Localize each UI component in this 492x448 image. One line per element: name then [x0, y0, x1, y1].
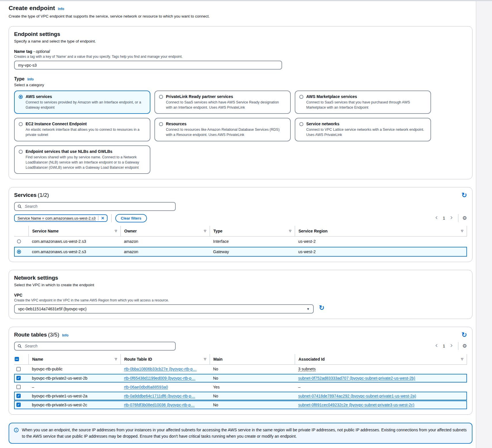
services-refresh-button[interactable]: ↻ — [462, 192, 467, 199]
tile-service-networks[interactable]: Service networks Connect to VPC Lattice … — [295, 118, 431, 141]
tile-description: Find services shared with you by service… — [26, 155, 146, 170]
tile-privatelink-partner-services[interactable]: PrivateLink Ready partner services Conne… — [154, 91, 291, 114]
tile-ec2-instance-connect-endpoint[interactable]: EC2 Instance Connect Endpoint An elastic… — [14, 118, 150, 141]
tile-resources[interactable]: Resources Connect to resources like Amaz… — [154, 118, 291, 141]
row-checkbox-checked[interactable]: ✓ — [16, 394, 21, 398]
name-tag-input[interactable] — [14, 61, 282, 70]
vpc-select[interactable]: vpc-0eb11514a74631e5f (byovpc-vpc) ▼ — [14, 304, 314, 314]
subnets-popover-link[interactable]: 3 subnets — [298, 367, 316, 371]
region-cell: us-west-2 — [295, 237, 467, 245]
route-tables-search-input[interactable] — [24, 343, 172, 349]
type-info-link[interactable]: Info — [27, 77, 34, 81]
info-icon — [14, 428, 19, 432]
tile-endpoint-services-nlb-gwlb[interactable]: Endpoint services that use NLBs and GWLB… — [14, 145, 150, 174]
service-row-interface[interactable]: com.amazonaws.us-west-2.s3 amazon Interf… — [14, 237, 467, 247]
col-header-type[interactable]: Type▽ — [210, 226, 295, 236]
remove-filter-icon[interactable]: ✕ — [98, 216, 107, 220]
route-tables-info-link[interactable]: Info — [62, 333, 68, 337]
name-cell: byovpc-rtb-private1-us-west-2a — [28, 392, 120, 400]
service-name-cell: com.amazonaws.us-west-2.s3 — [28, 237, 120, 245]
current-page-number[interactable]: 1 — [441, 216, 447, 220]
tile-aws-marketplace-services[interactable]: AWS Marketplace services Connect to SaaS… — [295, 91, 431, 114]
divider — [458, 342, 458, 350]
route-table-row-private2[interactable]: ✓ byovpc-rtb-private2-us-west-2b rtb-0f6… — [14, 374, 467, 382]
type-tile-grid: AWS services Connect to services provide… — [14, 91, 467, 174]
tile-title: AWS services — [26, 94, 146, 99]
sort-icon[interactable]: ▽ — [461, 357, 463, 361]
right-panel-rail — [476, 1, 492, 448]
subnet-link[interactable]: subnet-0f752ad83333ad707 (byovpc-subnet-… — [298, 376, 415, 380]
clear-filters-button[interactable]: Clear filters — [115, 214, 147, 222]
radio-icon — [299, 122, 303, 126]
sort-icon[interactable]: ▽ — [289, 229, 291, 232]
sort-icon[interactable]: ▽ — [115, 229, 117, 232]
col-header-main[interactable]: Main — [210, 354, 295, 364]
main-cell: No — [210, 392, 295, 400]
route-tables-refresh-button[interactable]: ↻ — [462, 332, 467, 338]
select-all-checkbox-indeterminate[interactable] — [15, 357, 19, 361]
next-page-button[interactable] — [449, 215, 454, 221]
chevron-left-icon — [434, 343, 439, 348]
route-tables-card: Route tables (3/5)Info ↻ 1 — [9, 327, 472, 415]
name-cell: byovpc-rtb-public — [28, 365, 120, 373]
service-name-filter-token[interactable]: Service Name = com.amazonaws.us-west-2.s… — [14, 214, 108, 222]
route-table-id-link[interactable]: rtb-0bba10806b33cb27e (byovpc-rtb-p… — [124, 367, 197, 371]
subnet-link[interactable]: subnet-07418de78974ac292 (byovpc-subnet-… — [298, 394, 416, 398]
route-table-row-private1[interactable]: ✓ byovpc-rtb-private1-us-west-2a rtb-0a9… — [14, 391, 467, 400]
sort-icon[interactable]: ▽ — [115, 357, 117, 361]
name-tag-label: Name tag - optional — [14, 49, 467, 54]
page-description: Create the type of VPC endpoint that sup… — [9, 14, 472, 18]
next-page-button[interactable] — [449, 343, 454, 349]
route-table-row-private3[interactable]: ✓ byovpc-rtb-private3-us-west-2c rtb-076… — [14, 400, 467, 409]
services-search-input[interactable] — [24, 204, 172, 209]
tile-aws-services[interactable]: AWS services Connect to services provide… — [14, 91, 150, 114]
row-checkbox-checked[interactable]: ✓ — [16, 376, 21, 380]
row-checkbox[interactable] — [16, 385, 21, 389]
tile-description: Connect to services provided by Amazon w… — [26, 100, 146, 110]
radio-icon — [159, 95, 163, 99]
network-settings-subtitle: Select the VPC in which to create the en… — [14, 283, 467, 287]
previous-page-button[interactable] — [434, 215, 439, 221]
col-header-service-region[interactable]: Service Region▽ — [295, 226, 467, 236]
vpc-refresh-button[interactable]: ↻ — [319, 305, 324, 311]
services-table: Service Name▽ Owner▽ Type▽ Service Regio… — [14, 226, 467, 257]
page-title-info-link[interactable]: Info — [58, 7, 64, 11]
sort-icon[interactable]: ▽ — [204, 357, 206, 361]
name-cell: byovpc-rtb-private3-us-west-2c — [28, 401, 120, 409]
col-header-service-name[interactable]: Service Name▽ — [28, 226, 120, 236]
col-header-route-table-id[interactable]: Route Table ID▽ — [120, 354, 210, 364]
vpc-selected-value: vpc-0eb11514a74631e5f (byovpc-vpc) — [18, 307, 87, 311]
tile-title: AWS Marketplace services — [306, 94, 426, 99]
subnet-link[interactable]: subnet-0f891cec049232c2e (byovpc-subnet-… — [298, 403, 414, 407]
current-page-number[interactable]: 1 — [441, 344, 447, 348]
main-cell: No — [210, 401, 295, 409]
col-header-owner[interactable]: Owner▽ — [120, 226, 210, 236]
route-tables-preferences-button[interactable]: ⚙ — [462, 343, 467, 349]
services-preferences-button[interactable]: ⚙ — [462, 216, 467, 221]
previous-page-button[interactable] — [434, 343, 439, 349]
check-icon: ✓ — [17, 403, 20, 406]
route-table-row-public[interactable]: byovpc-rtb-public rtb-0bba10806b33cb27e … — [14, 365, 467, 374]
route-table-id-link[interactable]: rtb-0f65438d1199ed009 (byovpc-rtb-p… — [124, 376, 196, 380]
row-checkbox[interactable] — [16, 367, 21, 371]
type-cell: Interface — [210, 237, 295, 245]
sort-icon[interactable]: ▽ — [461, 229, 463, 232]
route-tables-count: (3/5) — [48, 332, 59, 338]
row-radio-selected[interactable] — [17, 250, 21, 254]
row-radio[interactable] — [17, 239, 21, 243]
route-table-id-link[interactable]: rtb-06ae0dbd6a88593a0 — [124, 385, 168, 389]
route-table-id-link[interactable]: rtb-0a9ddbe64c1711df6 (byovpc-rtb-p… — [124, 394, 195, 398]
search-icon — [18, 344, 22, 348]
route-table-id-link[interactable]: rtb-076fdf3b08ed10036 (byovpc-rtb-p… — [124, 403, 195, 407]
col-header-name[interactable]: Name▽ — [28, 354, 120, 364]
top-divider — [0, 0, 492, 1]
services-card: Services (1/2) ↻ Service Name = com.amaz… — [9, 187, 472, 262]
route-table-row-main[interactable]: – rtb-06ae0dbd6a88593a0 Yes – — [14, 382, 467, 391]
col-header-associated-id[interactable]: Associated Id▽ — [295, 354, 467, 364]
service-row-gateway[interactable]: com.amazonaws.us-west-2.s3 amazon Gatewa… — [14, 247, 467, 257]
route-tables-pagination: 1 ⚙ — [434, 342, 467, 350]
row-checkbox-checked[interactable]: ✓ — [16, 403, 21, 407]
service-name-cell: com.amazonaws.us-west-2.s3 — [28, 248, 120, 256]
sort-icon[interactable]: ▽ — [204, 229, 206, 232]
radio-icon — [299, 95, 303, 99]
